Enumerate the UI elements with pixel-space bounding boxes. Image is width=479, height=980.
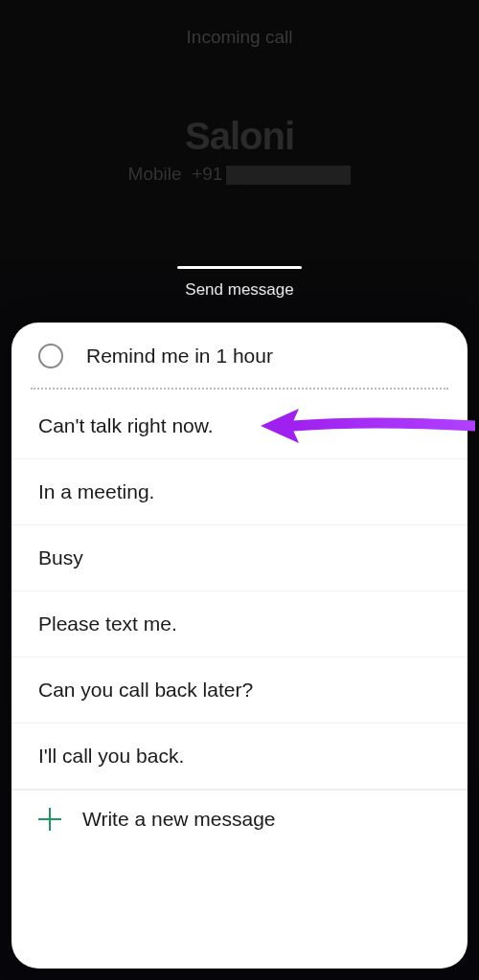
quick-reply-cant-talk[interactable]: Can't talk right now. <box>11 393 468 459</box>
quick-reply-busy[interactable]: Busy <box>11 525 468 591</box>
option-label: Can you call back later? <box>38 679 253 701</box>
option-label: Please text me. <box>38 612 177 635</box>
number-prefix: +91 <box>192 164 222 184</box>
option-label: Busy <box>38 546 83 568</box>
plus-icon <box>38 808 61 831</box>
caller-name: Saloni <box>0 115 479 158</box>
redacted-number <box>226 166 351 185</box>
send-message-handle[interactable]: Send message <box>0 266 479 300</box>
write-label: Write a new message <box>82 808 276 831</box>
write-new-message[interactable]: Write a new message <box>11 791 468 838</box>
remind-option[interactable]: Remind me in 1 hour <box>11 344 468 388</box>
drag-handle-icon <box>177 266 302 269</box>
quick-reply-text-me[interactable]: Please text me. <box>11 591 468 657</box>
option-label: I'll call you back. <box>38 745 184 767</box>
radio-icon <box>38 344 63 368</box>
message-sheet: Remind me in 1 hour Can't talk right now… <box>11 323 468 969</box>
incoming-call-header: Incoming call Saloni Mobile +91 <box>0 0 479 185</box>
number-type: Mobile <box>128 164 182 184</box>
quick-reply-ill-call-back[interactable]: I'll call you back. <box>11 724 468 791</box>
caller-number: Mobile +91 <box>0 164 479 185</box>
quick-reply-call-back-later[interactable]: Can you call back later? <box>11 657 468 724</box>
annotation-arrow-icon <box>255 403 475 449</box>
send-message-label: Send message <box>0 280 479 300</box>
option-label: In a meeting. <box>38 480 154 502</box>
option-label: Can't talk right now. <box>38 414 214 436</box>
quick-reply-meeting[interactable]: In a meeting. <box>11 459 468 525</box>
divider <box>31 388 448 390</box>
incoming-label: Incoming call <box>0 27 479 48</box>
remind-label: Remind me in 1 hour <box>86 345 273 368</box>
